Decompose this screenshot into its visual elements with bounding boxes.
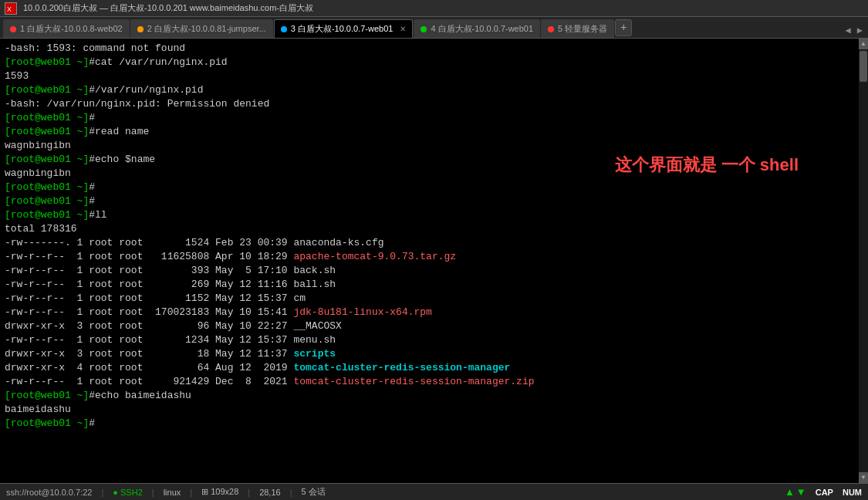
tabbar: 1 白盾大叔-10.0.0.8-web02 2 白盾大叔-10.0.0.81-j… [0, 17, 868, 39]
sep5: | [290, 488, 292, 497]
terminal-line: wagnbingibn [5, 167, 863, 181]
tab-4-dot [420, 26, 427, 32]
terminal-line: -bash: 1593: command not found [5, 42, 863, 56]
statusbar: ssh://root@10.0.0.7:22 | ● SSH2 | linux … [0, 483, 868, 500]
network-arrows: ▲ ▼ [785, 486, 806, 498]
terminal-line: -rw-------. 1 root root 1524 Feb 23 00:3… [5, 236, 863, 250]
tab-3[interactable]: 3 白盾大叔-10.0.0.7-web01 ✕ [274, 19, 414, 38]
tab-5-label: 5 轻量服务器 [558, 23, 607, 35]
tab-5[interactable]: 5 轻量服务器 [541, 19, 614, 38]
terminal[interactable]: -bash: 1593: command not found[root@web0… [0, 39, 868, 483]
session-count: 5 会话 [302, 486, 326, 498]
tab-3-close[interactable]: ✕ [400, 25, 406, 33]
terminal-line: -rw-r--r-- 1 root root 269 May 12 11:16 … [5, 278, 863, 292]
terminal-line: [root@web01 ~]#echo baimeidashu [5, 389, 863, 403]
tab-3-label: 3 白盾大叔-10.0.0.7-web01 [291, 23, 393, 35]
terminal-line: [root@web01 ~]# [5, 194, 863, 208]
svg-text:X: X [7, 5, 12, 13]
tab-4[interactable]: 4 白盾大叔-10.0.0.7-web01 [414, 19, 540, 38]
scrollbar[interactable]: ▲ ▼ [859, 39, 868, 483]
terminal-line: -rw-r--r-- 1 root root 393 May 5 17:10 b… [5, 264, 863, 278]
scroll-down-button[interactable]: ▼ [859, 472, 868, 483]
tab-scroll-arrows: ◀ ▶ [843, 25, 865, 38]
ssh-connection: ssh://root@10.0.0.7:22 [6, 488, 92, 497]
tab-1-label: 1 白盾大叔-10.0.0.8-web02 [20, 23, 123, 35]
sep4: | [248, 488, 250, 497]
terminal-line: drwxr-xr-x 3 root root 96 May 10 22:27 _… [5, 319, 863, 333]
scroll-thumb[interactable] [860, 51, 867, 82]
terminal-line: 1593 [5, 69, 863, 83]
terminal-line: [root@web01 ~]#ll [5, 208, 863, 222]
encoding-display: linux [164, 488, 181, 497]
terminal-line: -rw-r--r-- 1 root root 11625808 Apr 10 1… [5, 250, 863, 264]
terminal-line: [root@web01 ~]#echo $name [5, 153, 863, 167]
protocol-indicator: ● SSH2 [113, 488, 142, 497]
titlebar-text: 10.0.0.200白眉大叔 — 白眉大叔-10.0.0.201 www.bai… [23, 2, 313, 14]
titlebar: X 10.0.0.200白眉大叔 — 白眉大叔-10.0.0.201 www.b… [0, 0, 868, 17]
terminal-size: ⊞ 109x28 [201, 487, 238, 497]
tab-2-label: 2 白盾大叔-10.0.0.81-jumpser... [147, 23, 266, 35]
terminal-line: [root@web01 ~]# [5, 417, 863, 431]
terminal-line: -bash: /var/run/nginx.pid: Permission de… [5, 97, 863, 111]
terminal-line: [root@web01 ~]# [5, 181, 863, 194]
tab-3-dot [281, 26, 287, 32]
terminal-line: drwxr-xr-x 3 root root 18 May 12 11:37 s… [5, 347, 863, 361]
tab-4-label: 4 白盾大叔-10.0.0.7-web01 [431, 23, 533, 35]
tab-1[interactable]: 1 白盾大叔-10.0.0.8-web02 [3, 19, 130, 38]
terminal-line: -rw-r--r-- 1 root root 1152 May 12 15:37… [5, 292, 863, 306]
download-arrow: ▼ [796, 486, 806, 498]
scroll-up-button[interactable]: ▲ [859, 39, 868, 49]
terminal-line: baimeidashu [5, 403, 863, 417]
terminal-line: -rw-r--r-- 1 root root 1234 May 12 15:37… [5, 333, 863, 347]
terminal-line: [root@web01 ~]#read name [5, 125, 863, 139]
tab-2-dot [137, 26, 144, 32]
terminal-line: total 178316 [5, 222, 863, 236]
terminal-output: -bash: 1593: command not found[root@web0… [5, 42, 863, 431]
sep3: | [190, 488, 192, 497]
tab-2[interactable]: 2 白盾大叔-10.0.0.81-jumpser... [130, 19, 273, 38]
upload-arrow: ▲ [785, 486, 795, 498]
terminal-line: drwxr-xr-x 4 root root 64 Aug 12 2019 to… [5, 361, 863, 375]
caps-lock-indicator: CAP [816, 488, 833, 497]
terminal-line: -rw-r--r-- 1 root root 170023183 May 10 … [5, 306, 863, 319]
terminal-line: -rw-r--r-- 1 root root 921429 Dec 8 2021… [5, 375, 863, 389]
num-lock-indicator: NUM [843, 488, 862, 497]
tab-5-dot [548, 26, 554, 32]
terminal-line: [root@web01 ~]#/var/run/nginx.pid [5, 83, 863, 97]
sep2: | [152, 488, 154, 497]
tab-1-dot [10, 26, 16, 32]
tab-add-button[interactable]: + [615, 19, 632, 36]
terminal-line: [root@web01 ~]#cat /var/run/nginx.pid [5, 56, 863, 69]
tab-left-arrow[interactable]: ◀ [843, 25, 853, 36]
titlebar-icon: X [5, 2, 17, 15]
terminal-line: [root@web01 ~]# [5, 111, 863, 125]
cursor-position: 28,16 [259, 488, 281, 497]
terminal-line: wagnbingibn [5, 139, 863, 153]
tab-right-arrow[interactable]: ▶ [855, 25, 865, 36]
sep1: | [101, 488, 103, 497]
